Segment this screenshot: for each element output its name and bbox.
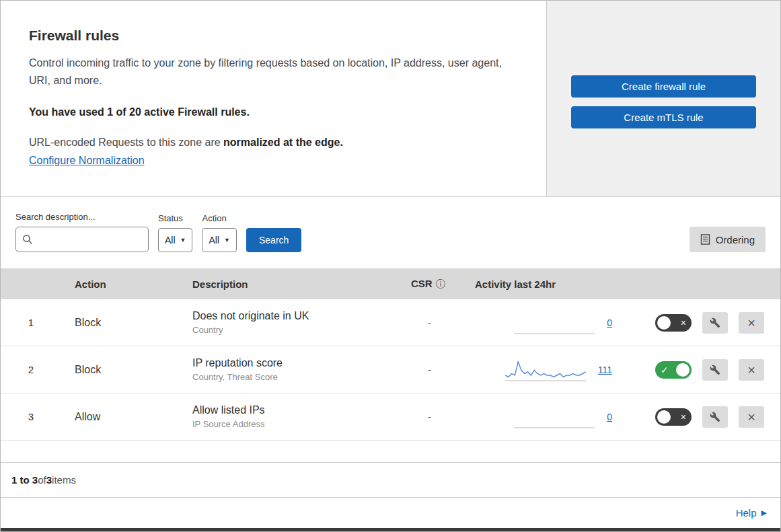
actions-panel: Create firewall rule Create mTLS rule	[546, 1, 780, 196]
firewall-rules-page: Firewall rules Control incoming traffic …	[0, 0, 781, 532]
delete-rule-button[interactable]: ×	[739, 312, 764, 334]
rule-csr-value: -	[398, 317, 461, 328]
column-header-activity: Activity last 24hr	[461, 278, 616, 290]
chevron-right-icon: ▶	[761, 508, 767, 517]
table-row: 3 Allow Allow listed IPs IP Source Addre…	[1, 393, 780, 441]
delete-rule-button[interactable]: ×	[739, 406, 764, 428]
create-firewall-rule-button[interactable]: Create firewall rule	[571, 75, 756, 98]
delete-rule-button[interactable]: ×	[739, 359, 764, 381]
table-row: 1 Block Does not originate in UK Country…	[1, 299, 780, 346]
edit-rule-button[interactable]	[702, 359, 728, 381]
wrench-icon	[710, 365, 720, 375]
column-header-csr: CSRⓘ	[398, 278, 461, 291]
rule-csr-value: -	[398, 411, 461, 422]
help-link[interactable]: Help▶	[736, 507, 767, 519]
rule-priority: 1	[1, 317, 61, 328]
action-label: Action	[202, 213, 236, 223]
column-header-description: Description	[179, 278, 398, 290]
rule-priority: 2	[1, 364, 61, 375]
action-select[interactable]: All▼	[202, 228, 236, 252]
table-header: Action Description CSRⓘ Activity last 24…	[1, 268, 780, 299]
info-icon[interactable]: ⓘ	[436, 278, 445, 289]
wrench-icon	[710, 317, 720, 328]
search-icon	[22, 234, 33, 245]
close-icon: ×	[747, 410, 755, 424]
edit-rule-button[interactable]	[702, 312, 728, 334]
rule-enabled-toggle[interactable]: ✓×	[655, 408, 692, 426]
page-title: Firewall rules	[29, 28, 518, 44]
x-icon: ×	[681, 412, 686, 422]
page-description: Control incoming traffic to your zone by…	[29, 54, 513, 89]
check-icon: ✓	[661, 365, 669, 375]
column-header-action: Action	[61, 278, 179, 290]
normalization-note: URL-encoded Requests to this zone are no…	[29, 137, 518, 149]
toggle-knob	[676, 363, 690, 377]
create-mtls-rule-button[interactable]: Create mTLS rule	[571, 106, 756, 128]
rule-activity: 111	[461, 358, 616, 381]
search-label: Search description...	[15, 212, 149, 222]
rule-enabled-toggle[interactable]: ✓×	[655, 361, 692, 379]
rule-priority: 3	[1, 411, 61, 422]
filter-bar: Search description... Status All▼ Action…	[1, 197, 780, 268]
activity-count-link[interactable]: 111	[598, 365, 612, 375]
rule-activity: 0	[461, 311, 616, 334]
close-icon: ×	[747, 363, 755, 377]
rule-description: Does not originate in UK Country	[179, 310, 398, 335]
close-icon: ×	[747, 316, 755, 330]
wrench-icon	[710, 412, 720, 422]
toggle-knob	[657, 410, 671, 424]
activity-sparkline	[505, 358, 586, 381]
table-row: 2 Block IP reputation score Country, Thr…	[1, 346, 780, 393]
chevron-down-icon: ▼	[180, 237, 186, 243]
x-icon: ×	[681, 318, 686, 328]
bottom-edge	[1, 528, 780, 531]
pagination-summary: 1 to 3 of 3 items	[1, 462, 780, 497]
rule-action: Allow	[61, 411, 179, 423]
usage-summary: You have used 1 of 20 active Firewall ru…	[29, 106, 518, 118]
rule-action: Block	[61, 364, 179, 376]
rule-csr-value: -	[398, 364, 461, 375]
rule-enabled-toggle[interactable]: ✓×	[655, 314, 692, 332]
activity-count-link[interactable]: 0	[607, 412, 612, 422]
toggle-knob	[657, 316, 671, 330]
ordering-button[interactable]: Ordering	[690, 227, 766, 252]
rule-description: IP reputation score Country, Threat Scor…	[179, 357, 398, 382]
status-select[interactable]: All▼	[158, 228, 192, 252]
chevron-down-icon: ▼	[224, 237, 230, 243]
activity-sparkline	[514, 311, 595, 334]
rule-activity: 0	[461, 406, 616, 428]
configure-normalization-link[interactable]: Configure Normalization	[29, 155, 145, 167]
page-header: Firewall rules Control incoming traffic …	[1, 1, 780, 197]
edit-rule-button[interactable]	[702, 406, 728, 428]
activity-sparkline	[514, 406, 595, 428]
ordering-list-icon	[700, 234, 710, 245]
rule-action: Block	[61, 317, 179, 329]
activity-count-link[interactable]: 0	[607, 317, 612, 328]
status-label: Status	[158, 213, 192, 223]
search-button[interactable]: Search	[246, 228, 301, 252]
rule-description: Allow listed IPs IP Source Address	[179, 404, 398, 429]
search-input[interactable]	[15, 227, 149, 252]
